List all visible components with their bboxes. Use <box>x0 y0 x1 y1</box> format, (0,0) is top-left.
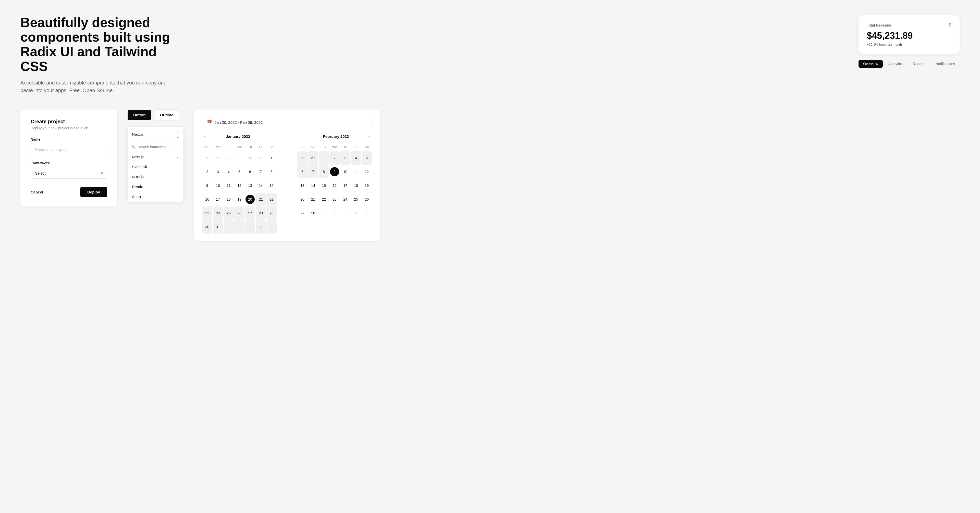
jan-overflow-4[interactable]: 4 <box>256 220 266 234</box>
feb-overflow-31[interactable]: 31 <box>308 151 318 165</box>
jan-overflow-3[interactable]: 3 <box>245 220 255 234</box>
feb-day-28[interactable]: 28 <box>308 207 318 220</box>
feb-overflow2-4[interactable]: 4 <box>351 207 361 220</box>
january-calendar: ‹ January 2022 Su Mo Tu We Th Fr Sa 26 2… <box>202 133 277 234</box>
feb-day-3[interactable]: 3 <box>340 151 350 165</box>
dropdown-item-nextjs[interactable]: Next.js ✓ <box>128 152 183 162</box>
feb-overflow2-3[interactable]: 3 <box>340 207 350 220</box>
tab-analytics[interactable]: Analytics <box>884 60 907 68</box>
feb-overflow-30[interactable]: 30 <box>298 151 307 165</box>
feb-day-14[interactable]: 14 <box>308 179 318 192</box>
jan-day-6[interactable]: 6 <box>245 165 255 178</box>
feb-day-26[interactable]: 26 <box>362 193 372 206</box>
feb-day-1[interactable]: 1 <box>319 151 329 165</box>
jan-day-9[interactable]: 9 <box>202 179 212 192</box>
outline-button[interactable]: Outline <box>154 110 179 121</box>
dropdown-trigger[interactable]: Next.js ⌃⌄ <box>128 127 183 142</box>
jan-day-26[interactable]: 26 <box>202 151 212 165</box>
feb-day-11[interactable]: 11 <box>351 165 361 178</box>
jan-day-25[interactable]: 25 <box>224 207 234 220</box>
jan-day-2[interactable]: 2 <box>202 165 212 178</box>
jan-day-30[interactable]: 30 <box>245 151 255 165</box>
jan-day-28[interactable]: 28 <box>224 151 234 165</box>
feb-day-22[interactable]: 22 <box>319 193 329 206</box>
framework-select[interactable]: Select Next.js SvelteKit Nuxt.js Remix A… <box>30 168 107 178</box>
feb-day-10[interactable]: 10 <box>340 165 350 178</box>
jan-day-29[interactable]: 29 <box>234 151 245 165</box>
feb-day-25[interactable]: 25 <box>351 193 361 206</box>
feb-day-9[interactable]: 9 <box>329 165 340 178</box>
feb-day-2[interactable]: 2 <box>329 151 340 165</box>
feb-day-4[interactable]: 4 <box>351 151 361 165</box>
dropdown-item-remix[interactable]: Remix <box>128 182 183 192</box>
jan-day-31[interactable]: 31 <box>256 151 266 165</box>
framework-search-input[interactable] <box>138 145 180 149</box>
jan-day-31b[interactable]: 31 <box>213 220 223 234</box>
jan-day-26b[interactable]: 26 <box>234 207 245 220</box>
deploy-button[interactable]: Deploy <box>80 187 107 197</box>
feb-day-23[interactable]: 23 <box>329 193 340 206</box>
tab-notifications[interactable]: Notifications <box>931 60 959 68</box>
feb-overflow2-2[interactable]: 2 <box>329 207 340 220</box>
cancel-button[interactable]: Cancel <box>30 190 43 194</box>
dropdown-item-astro[interactable]: Astro <box>128 192 183 202</box>
jan-day-18[interactable]: 18 <box>224 193 234 206</box>
feb-day-18[interactable]: 18 <box>351 179 361 192</box>
feb-day-20[interactable]: 20 <box>298 193 307 206</box>
dropdown-item-nuxtjs[interactable]: Nuxt.js <box>128 172 183 182</box>
filled-button[interactable]: Button <box>127 110 151 120</box>
jan-overflow-5[interactable]: 5 <box>266 220 277 234</box>
jan-day-27[interactable]: 27 <box>213 151 223 165</box>
tab-reports[interactable]: Reports <box>908 60 930 68</box>
tab-overview[interactable]: Overview <box>859 60 883 68</box>
jan-day-4[interactable]: 4 <box>224 165 234 178</box>
feb-day-27[interactable]: 27 <box>298 207 307 220</box>
jan-day-30[interactable]: 30 <box>202 220 212 234</box>
jan-day-22[interactable]: 22 <box>266 193 277 206</box>
jan-day-3[interactable]: 3 <box>213 165 223 178</box>
feb-day-5[interactable]: 5 <box>362 151 372 165</box>
jan-day-13[interactable]: 13 <box>245 179 255 192</box>
jan-day-19[interactable]: 19 <box>234 193 245 206</box>
feb-day-19[interactable]: 19 <box>362 179 372 192</box>
jan-day-23[interactable]: 23 <box>202 207 212 220</box>
feb-day-12[interactable]: 12 <box>362 165 372 178</box>
feb-day-21[interactable]: 21 <box>308 193 318 206</box>
feb-day-13[interactable]: 13 <box>298 179 307 192</box>
feb-overflow2-5[interactable]: 5 <box>362 207 372 220</box>
check-icon: ✓ <box>177 155 180 159</box>
feb-day-6[interactable]: 6 <box>298 165 307 178</box>
dropdown-item-sveltekit[interactable]: SvelteKit <box>128 162 183 172</box>
feb-day-15[interactable]: 15 <box>319 179 329 192</box>
feb-day-7[interactable]: 7 <box>308 165 318 178</box>
jan-day-17[interactable]: 17 <box>213 193 223 206</box>
jan-day-20[interactable]: 20 <box>245 193 255 206</box>
jan-day-10[interactable]: 10 <box>213 179 223 192</box>
next-month-button[interactable]: › <box>366 133 372 140</box>
jan-day-5[interactable]: 5 <box>234 165 245 178</box>
jan-day-8[interactable]: 8 <box>266 165 277 178</box>
jan-day-28[interactable]: 28 <box>256 207 266 220</box>
jan-day-16[interactable]: 16 <box>202 193 212 206</box>
jan-day-29[interactable]: 29 <box>266 207 277 220</box>
feb-day-16[interactable]: 16 <box>329 179 340 192</box>
prev-month-button[interactable]: ‹ <box>202 133 207 140</box>
jan-day-1[interactable]: 1 <box>266 151 277 165</box>
project-name-input[interactable] <box>30 144 107 155</box>
jan-day-11[interactable]: 11 <box>224 179 234 192</box>
date-range-bar[interactable]: 📅 Jan 20, 2022 - Feb 09, 2022 <box>202 116 372 128</box>
card-title: Create project <box>30 119 107 124</box>
jan-overflow-1[interactable]: 1 <box>224 220 234 234</box>
jan-day-21[interactable]: 21 <box>256 193 266 206</box>
feb-day-17[interactable]: 17 <box>340 179 350 192</box>
feb-day-8[interactable]: 8 <box>319 165 329 178</box>
jan-day-12[interactable]: 12 <box>234 179 245 192</box>
jan-day-27b[interactable]: 27 <box>245 207 255 220</box>
feb-overflow2-1[interactable]: 1 <box>319 207 329 220</box>
jan-day-15[interactable]: 15 <box>266 179 277 192</box>
jan-day-7[interactable]: 7 <box>256 165 266 178</box>
jan-day-14[interactable]: 14 <box>256 179 266 192</box>
jan-overflow-2[interactable]: 2 <box>234 220 245 234</box>
feb-day-24[interactable]: 24 <box>340 193 350 206</box>
jan-day-24[interactable]: 24 <box>213 207 223 220</box>
